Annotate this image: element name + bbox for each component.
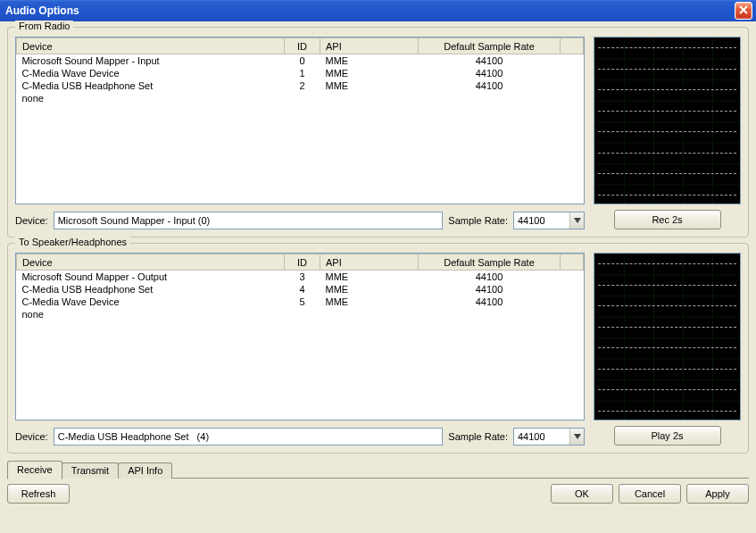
from-radio-device-field[interactable] [54, 212, 444, 229]
col-id[interactable]: ID [285, 38, 320, 54]
window-title: Audio Options [5, 4, 79, 17]
table-row[interactable]: Microsoft Sound Mapper - Output3MME44100 [17, 271, 584, 284]
play-button[interactable]: Play 2s [614, 426, 721, 446]
from-radio-device-list[interactable]: Device ID API Default Sample Rate Micros… [15, 37, 585, 204]
to-speaker-device-list[interactable]: Device ID API Default Sample Rate Micros… [15, 253, 585, 421]
table-row[interactable]: Microsoft Sound Mapper - Input0MME44100 [17, 54, 584, 68]
cell-rate: 44100 [419, 296, 561, 308]
table-row[interactable]: C-Media Wave Device1MME44100 [17, 67, 584, 79]
to-speaker-waveform [594, 253, 741, 421]
cancel-button[interactable]: Cancel [619, 484, 681, 504]
cell-id: 0 [285, 54, 320, 68]
cell-id [285, 308, 320, 321]
col-device[interactable]: Device [17, 254, 285, 271]
cell-api: MME [320, 271, 419, 284]
cell-id: 5 [285, 296, 320, 308]
from-radio-rate-value: 44100 [514, 212, 569, 229]
refresh-button[interactable]: Refresh [7, 484, 70, 504]
cell-api [320, 308, 419, 321]
cell-pad [561, 271, 584, 284]
ok-button[interactable]: OK [551, 484, 613, 504]
cell-rate: 44100 [419, 54, 561, 68]
col-rate[interactable]: Default Sample Rate [419, 254, 561, 271]
cell-rate [419, 308, 561, 321]
col-rate[interactable]: Default Sample Rate [419, 38, 561, 54]
cell-pad [561, 296, 584, 308]
to-speaker-device-label: Device: [15, 431, 48, 442]
from-radio-rate-combo[interactable]: 44100 [513, 212, 585, 229]
cell-device: C-Media Wave Device [17, 67, 285, 79]
rec-button[interactable]: Rec 2s [614, 210, 721, 229]
cell-pad [561, 283, 584, 296]
col-pad[interactable] [561, 38, 584, 54]
tabstrip: Receive Transmit API Info [7, 459, 749, 479]
cell-device: C-Media Wave Device [17, 296, 285, 308]
to-speaker-legend: To Speaker/Headphones [15, 237, 130, 247]
cell-device: Microsoft Sound Mapper - Output [17, 271, 285, 284]
from-radio-group: From Radio Device ID API Default Sample … [7, 27, 749, 237]
cell-device: C-Media USB Headphone Set [17, 283, 285, 296]
cell-rate: 44100 [419, 271, 561, 284]
cell-rate: 44100 [419, 79, 561, 92]
table-row[interactable]: C-Media USB Headphone Set2MME44100 [17, 79, 584, 92]
cell-pad [561, 79, 584, 92]
cell-api: MME [320, 79, 419, 92]
cell-pad [561, 67, 584, 79]
close-icon [739, 4, 748, 17]
to-speaker-rate-value: 44100 [514, 429, 569, 445]
cell-pad [561, 54, 584, 68]
cell-api: MME [320, 296, 419, 308]
cell-api [320, 92, 419, 104]
cell-rate: 44100 [419, 283, 561, 296]
from-radio-waveform [594, 37, 741, 204]
col-api[interactable]: API [320, 254, 419, 271]
titlebar: Audio Options [0, 0, 756, 21]
cell-rate [419, 92, 561, 104]
from-radio-table: Device ID API Default Sample Rate Micros… [16, 37, 584, 104]
cell-api: MME [320, 283, 419, 296]
cell-device: none [17, 308, 285, 321]
cell-id [285, 92, 320, 104]
col-api[interactable]: API [320, 38, 419, 54]
cell-id: 3 [285, 271, 320, 284]
cell-device: none [17, 92, 285, 104]
table-row[interactable]: none [17, 308, 584, 321]
apply-button[interactable]: Apply [686, 484, 749, 504]
table-row[interactable]: C-Media USB Headphone Set4MME44100 [17, 283, 584, 296]
close-button[interactable] [735, 2, 752, 20]
col-device[interactable]: Device [17, 38, 285, 54]
cell-id: 2 [285, 79, 320, 92]
table-row[interactable]: C-Media Wave Device5MME44100 [17, 296, 584, 308]
col-id[interactable]: ID [285, 254, 320, 271]
to-speaker-table: Device ID API Default Sample Rate Micros… [16, 254, 584, 321]
cell-api: MME [320, 67, 419, 79]
chevron-down-icon [569, 429, 584, 445]
chevron-down-icon [569, 212, 584, 229]
col-pad[interactable] [561, 254, 584, 271]
to-speaker-device-field[interactable] [54, 428, 444, 446]
cell-device: C-Media USB Headphone Set [17, 79, 285, 92]
tab-transmit[interactable]: Transmit [62, 462, 119, 479]
to-speaker-group: To Speaker/Headphones Device ID API Defa… [7, 243, 749, 454]
cell-id: 1 [285, 67, 320, 79]
from-radio-legend: From Radio [15, 21, 73, 31]
tab-api-info[interactable]: API Info [118, 462, 172, 479]
cell-rate: 44100 [419, 67, 561, 79]
cell-pad [561, 92, 584, 104]
tab-receive[interactable]: Receive [7, 461, 62, 479]
cell-api: MME [320, 54, 419, 68]
cell-id: 4 [285, 283, 320, 296]
table-row[interactable]: none [17, 92, 584, 104]
from-radio-rate-label: Sample Rate: [448, 215, 508, 226]
from-radio-device-label: Device: [15, 215, 48, 226]
cell-pad [561, 308, 584, 321]
to-speaker-rate-label: Sample Rate: [448, 431, 508, 442]
to-speaker-rate-combo[interactable]: 44100 [513, 428, 585, 446]
cell-device: Microsoft Sound Mapper - Input [17, 54, 285, 68]
